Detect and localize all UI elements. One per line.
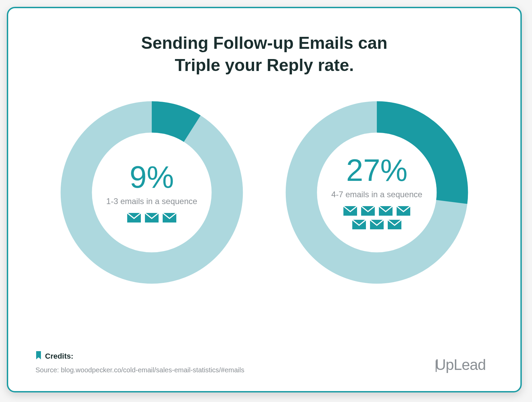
- svg-text:UpLead: UpLead: [435, 356, 486, 373]
- donut-chart-left: 9% 1-3 emails in a sequence: [60, 100, 244, 344]
- donut-svg-left: [60, 100, 244, 285]
- svg-point-0: [76, 117, 227, 268]
- title-line-2: Triple your Reply rate.: [175, 56, 354, 75]
- chart-title: Sending Follow-up Emails can Triple your…: [35, 32, 493, 76]
- donut-chart-right: 27% 4-7 emails in a sequence: [285, 100, 469, 344]
- credits-block: Credits: Source: blog.woodpecker.co/cold…: [35, 351, 244, 374]
- bookmark-icon: [35, 351, 42, 361]
- infographic-card: Sending Follow-up Emails can Triple your…: [7, 7, 522, 392]
- charts-row: 9% 1-3 emails in a sequence 27% 4-7 emai…: [35, 100, 493, 344]
- credits-label: Credits:: [45, 352, 73, 361]
- credits-label-row: Credits:: [35, 351, 244, 361]
- credits-source: Source: blog.woodpecker.co/cold-email/sa…: [35, 366, 244, 374]
- brand-logo: UpLead: [435, 356, 493, 374]
- title-line-1: Sending Follow-up Emails can: [141, 33, 387, 53]
- footer: Credits: Source: blog.woodpecker.co/cold…: [35, 351, 493, 374]
- donut-svg-right: [285, 100, 469, 285]
